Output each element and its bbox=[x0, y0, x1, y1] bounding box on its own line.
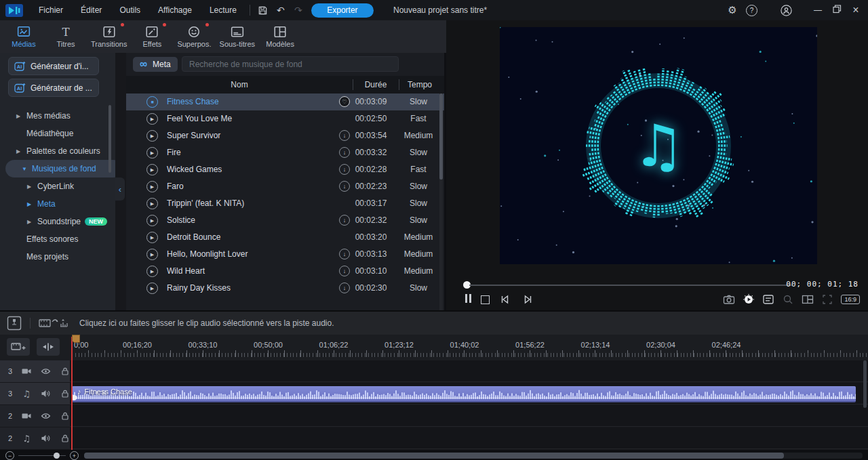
storyboard-view-icon[interactable] bbox=[7, 316, 22, 331]
add-track-button[interactable] bbox=[7, 338, 30, 356]
timeline-h-scrollbar[interactable] bbox=[84, 453, 863, 459]
volume-line[interactable] bbox=[72, 398, 856, 398]
tab-modeles[interactable]: Modèles bbox=[259, 20, 301, 53]
speaker-icon[interactable] bbox=[41, 434, 51, 443]
play-preview-button[interactable]: ▶ bbox=[146, 164, 158, 175]
render-preview-button[interactable] bbox=[743, 293, 755, 306]
track-content[interactable]: ♪Fitness Chase bbox=[70, 383, 868, 404]
track-content[interactable] bbox=[70, 427, 868, 449]
speaker-icon[interactable] bbox=[41, 389, 51, 398]
redo-icon[interactable]: ↷ bbox=[290, 0, 307, 20]
music-row-fitness-chase[interactable]: ■Fitness Chase♡00:03:09Slow bbox=[126, 93, 444, 110]
music-row-fire[interactable]: ▶Fire↓00:03:32Slow bbox=[126, 144, 444, 161]
play-preview-button[interactable]: ▶ bbox=[146, 147, 158, 159]
play-preview-button[interactable]: ▶ bbox=[146, 198, 158, 209]
lock-icon[interactable] bbox=[60, 389, 70, 398]
music-row-trippin-feat-k-nita[interactable]: ▶Trippin' (feat. K NITA)00:03:17Slow bbox=[126, 195, 444, 212]
tab-transitions[interactable]: Transitions bbox=[87, 20, 131, 53]
music-row-hello-moonlight-lover[interactable]: ▶Hello, Moonlight Lover↓00:03:13Medium bbox=[126, 246, 444, 263]
music-row-detroit-bounce[interactable]: ▶Detroit Bounce00:03:20Medium bbox=[126, 229, 444, 246]
playhead[interactable] bbox=[71, 337, 73, 450]
chevron-down-icon[interactable]: ▼ bbox=[22, 166, 28, 172]
music-row-solstice[interactable]: ▶Solstice↓00:02:32Slow bbox=[126, 212, 444, 229]
sidebar-collapse-button[interactable]: ‹ bbox=[115, 177, 125, 201]
timeline-h-scrollbar-thumb[interactable] bbox=[84, 453, 784, 459]
close-button[interactable]: × bbox=[848, 4, 864, 16]
tab-sous-titres[interactable]: Sous-titres bbox=[216, 20, 260, 53]
play-preview-button[interactable]: ▶ bbox=[146, 215, 158, 226]
play-preview-button[interactable]: ▶ bbox=[146, 232, 158, 243]
column-tempo[interactable]: Tempo bbox=[399, 76, 441, 93]
restore-button[interactable] bbox=[829, 5, 845, 16]
tab-medias[interactable]: Médias bbox=[3, 20, 45, 53]
minimize-button[interactable]: — bbox=[810, 5, 826, 15]
column-duration[interactable]: Durée bbox=[353, 76, 399, 93]
menu-fichier[interactable]: Fichier bbox=[30, 0, 72, 20]
previous-frame-button[interactable] bbox=[498, 293, 512, 306]
eye-icon[interactable] bbox=[41, 411, 51, 421]
undo-icon[interactable]: ↶ bbox=[272, 0, 290, 20]
seek-slider-track[interactable] bbox=[469, 285, 792, 286]
save-icon[interactable] bbox=[254, 0, 272, 20]
sidebar-item-mediatheque[interactable]: Médiathèque bbox=[0, 125, 132, 142]
ai-generator-button-1[interactable]: AIGénérateur d'i... bbox=[8, 57, 99, 75]
download-icon[interactable]: ↓ bbox=[339, 147, 350, 158]
play-preview-button[interactable]: ▶ bbox=[146, 113, 158, 125]
play-preview-button[interactable]: ▶ bbox=[146, 283, 158, 294]
lock-icon[interactable] bbox=[60, 434, 70, 443]
library-scrollbar-thumb[interactable] bbox=[439, 93, 443, 180]
details-list-button[interactable] bbox=[762, 293, 774, 306]
fullscreen-button[interactable] bbox=[821, 293, 833, 306]
chevron-right-icon[interactable]: ▶ bbox=[27, 184, 34, 190]
eye-icon[interactable] bbox=[41, 367, 51, 376]
tab-titres[interactable]: TTitres bbox=[45, 20, 87, 53]
tab-superpos[interactable]: Superpos. bbox=[173, 20, 215, 53]
track-content[interactable] bbox=[70, 360, 868, 382]
download-icon[interactable]: ↓ bbox=[339, 181, 350, 192]
stop-preview-button[interactable]: ■ bbox=[146, 96, 158, 108]
sidebar-item-mes-medias[interactable]: ▶Mes médias bbox=[0, 107, 132, 125]
settings-gear-icon[interactable]: ⚙ bbox=[724, 4, 741, 16]
zoom-out-button[interactable]: − bbox=[5, 451, 14, 460]
audio-clip-fitness-chase[interactable]: ♪Fitness Chase bbox=[72, 386, 856, 402]
download-icon[interactable]: ↓ bbox=[339, 249, 350, 259]
chevron-right-icon[interactable]: ▶ bbox=[27, 201, 34, 207]
lock-icon[interactable] bbox=[60, 411, 70, 421]
download-icon[interactable]: ↓ bbox=[339, 283, 350, 293]
music-row-wild-heart[interactable]: ▶Wild Heart↓00:03:10Medium bbox=[126, 263, 444, 280]
pause-button[interactable] bbox=[464, 294, 472, 305]
download-icon[interactable]: ↓ bbox=[339, 266, 350, 276]
aspect-ratio-badge[interactable]: 16:9 bbox=[841, 295, 860, 304]
music-row-rainy-day-kisses[interactable]: ▶Rainy Day Kisses↓00:02:30Slow bbox=[126, 280, 444, 297]
tab-effets[interactable]: Effets bbox=[131, 20, 173, 53]
download-icon[interactable]: ↓ bbox=[339, 164, 350, 175]
split-clip-button[interactable] bbox=[37, 338, 60, 356]
export-button[interactable]: Exporter bbox=[311, 3, 374, 18]
music-row-wicked-games[interactable]: ▶Wicked Games↓00:02:28Fast bbox=[126, 161, 444, 178]
sidebar-item-musiques-de-fond[interactable]: ▼Musiques de fond bbox=[5, 160, 122, 177]
zoom-in-button[interactable]: + bbox=[70, 451, 79, 460]
download-icon[interactable]: ↓ bbox=[339, 215, 350, 226]
help-icon[interactable]: ? bbox=[746, 5, 757, 16]
column-name[interactable]: Nom bbox=[126, 76, 353, 93]
dual-preview-button[interactable] bbox=[802, 293, 814, 306]
favorite-heart-icon[interactable]: ♡ bbox=[339, 96, 350, 107]
account-icon[interactable] bbox=[781, 5, 792, 16]
chevron-right-icon[interactable]: ▶ bbox=[27, 219, 34, 225]
chevron-right-icon[interactable]: ▶ bbox=[16, 148, 23, 154]
convert-to-timeline-icon[interactable] bbox=[39, 316, 68, 330]
meta-source-chip[interactable]: Meta bbox=[133, 57, 178, 72]
music-row-faro[interactable]: ▶Faro↓00:02:23Slow bbox=[126, 178, 444, 195]
menu-outils[interactable]: Outils bbox=[111, 0, 149, 20]
download-icon[interactable]: ↓ bbox=[339, 130, 350, 141]
menu-affichage[interactable]: Affichage bbox=[149, 0, 201, 20]
play-preview-button[interactable]: ▶ bbox=[146, 181, 158, 192]
timeline-zoom-thumb[interactable] bbox=[54, 453, 60, 459]
play-preview-button[interactable]: ▶ bbox=[146, 249, 158, 260]
music-row-super-survivor[interactable]: ▶Super Survivor↓00:03:54Medium bbox=[126, 127, 444, 144]
sidebar-item-effets-sonores[interactable]: Effets sonores bbox=[0, 230, 132, 248]
sidebar-item-mes-projets[interactable]: Mes projets bbox=[0, 248, 132, 266]
ai-generator-button-2[interactable]: AIGénérateur de ... bbox=[8, 79, 99, 97]
snapshot-camera-button[interactable] bbox=[723, 293, 735, 306]
timeline-zoom-slider[interactable] bbox=[18, 455, 66, 456]
